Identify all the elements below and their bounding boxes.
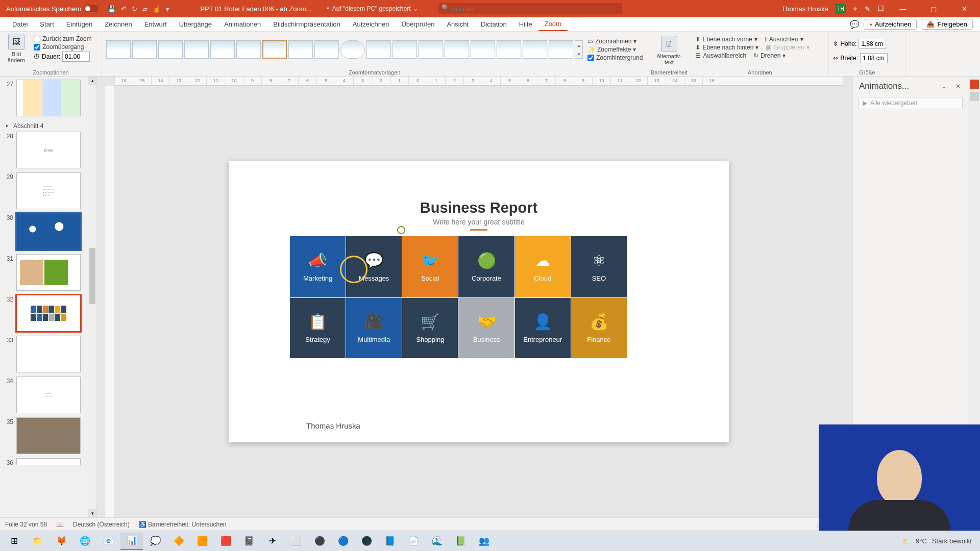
play-all-button[interactable]: ▶ Alle wiedergeben xyxy=(858,97,963,109)
tab-ansicht[interactable]: Ansicht xyxy=(440,17,475,31)
spellcheck-icon[interactable]: 📖 xyxy=(56,521,64,528)
thumb-row[interactable]: 35 xyxy=(4,417,85,454)
tab-start[interactable]: Start xyxy=(34,17,60,31)
firefox-icon[interactable]: 🦊 xyxy=(50,533,72,550)
alt-text-button[interactable]: 🗎 Alternativ- text xyxy=(657,36,681,65)
start-button[interactable]: ⊞ xyxy=(3,533,26,550)
height-stepper[interactable]: ⇕ Höhe: xyxy=(833,39,901,49)
app-icon[interactable]: ⬜ xyxy=(285,533,307,550)
outlook-icon[interactable]: 📧 xyxy=(97,533,119,550)
tile-strategy[interactable]: 📋Strategy xyxy=(290,298,346,358)
style-item[interactable] xyxy=(314,40,339,59)
minimize-button[interactable]: — xyxy=(891,1,915,17)
style-item[interactable] xyxy=(288,40,313,59)
scroll-handle[interactable] xyxy=(89,248,95,304)
close-icon[interactable]: ✕ xyxy=(952,81,964,92)
tab-animationen[interactable]: Animationen xyxy=(218,17,267,31)
search-input[interactable] xyxy=(438,3,622,14)
tile-entrepreneur[interactable]: 👤Entrepreneur xyxy=(515,298,571,358)
width-input[interactable] xyxy=(860,53,888,63)
window-icon[interactable]: 囗 xyxy=(877,4,884,13)
tab-hilfe[interactable]: Hilfe xyxy=(513,17,538,31)
style-item[interactable] xyxy=(158,40,183,59)
autosave-toggle[interactable]: Automatisches Speichern xyxy=(2,5,103,13)
system-tray[interactable]: ⛅ 9°C Stark bewölkt xyxy=(902,537,977,545)
thumb-row[interactable]: 30 xyxy=(4,213,85,250)
slide-subtitle[interactable]: Write here your great subtitle xyxy=(229,218,729,231)
tile-messages[interactable]: 💬Messages xyxy=(346,236,402,297)
user-avatar[interactable]: TH xyxy=(836,4,846,14)
accessibility-checker[interactable]: ♿ Barrierefreiheit: Untersuchen xyxy=(139,521,227,528)
app-icon[interactable]: 🟥 xyxy=(214,533,237,550)
style-item[interactable] xyxy=(210,40,235,59)
thumb-row[interactable]: 33 xyxy=(4,336,85,372)
save-icon[interactable]: 💾 xyxy=(108,5,116,13)
tile-seo[interactable]: ⚛SEO xyxy=(571,236,627,297)
return-to-zoom-checkbox[interactable]: Zurück zum Zoom xyxy=(34,35,92,42)
tab-datei[interactable]: Datei xyxy=(6,17,34,31)
share-button[interactable]: 📤 Freigeben xyxy=(921,19,973,30)
zoom-effects-button[interactable]: ✨ Zoomeffekte ▾ xyxy=(587,46,643,53)
user-name[interactable]: Thomas Hruska xyxy=(781,5,828,13)
slide-author[interactable]: Thomas Hruska xyxy=(306,421,360,430)
tile-shopping[interactable]: 🛒Shopping xyxy=(402,298,458,358)
edge-icon[interactable]: 🌊 xyxy=(426,533,448,550)
style-item[interactable] xyxy=(445,40,469,59)
tile-finance[interactable]: 💰Finance xyxy=(571,298,627,358)
redo-icon[interactable]: ↻ xyxy=(132,5,137,13)
comments-icon[interactable]: 💬 xyxy=(850,20,860,29)
tab-bildschirm[interactable]: Bildschirmpräsentation xyxy=(267,17,347,31)
tab-entwurf[interactable]: Entwurf xyxy=(138,17,173,31)
close-button[interactable]: ✕ xyxy=(952,1,976,17)
section-header[interactable]: Abschnitt 4 xyxy=(4,120,85,132)
slideshow-icon[interactable]: ▱ xyxy=(142,5,148,13)
tab-aufzeichnen[interactable]: Aufzeichnen xyxy=(347,17,396,31)
touch-icon[interactable]: ☝ xyxy=(153,5,161,13)
thumb-row[interactable]: 29— — —• — — —• — — —• — — xyxy=(4,172,85,209)
telegram-icon[interactable]: ✈ xyxy=(261,533,284,550)
record-button[interactable]: Aufzeichnen xyxy=(864,19,917,30)
style-item[interactable] xyxy=(106,40,131,59)
zoom-background-checkbox[interactable]: Zoomhintergrund xyxy=(587,54,643,61)
style-item[interactable] xyxy=(262,40,287,59)
language-indicator[interactable]: Deutsch (Österreich) xyxy=(73,521,130,528)
scroll-up-icon[interactable]: ▴ xyxy=(88,77,96,85)
thumb-row[interactable]: 36 xyxy=(4,458,85,465)
zoom-transition-checkbox[interactable]: Zoomübergang xyxy=(34,43,92,51)
height-input[interactable] xyxy=(859,39,886,49)
strip-item[interactable] xyxy=(970,92,979,101)
style-item[interactable] xyxy=(549,40,573,59)
app-icon[interactable]: 🌑 xyxy=(355,533,378,550)
coming-soon-icon[interactable]: ⟡ xyxy=(853,5,857,13)
selection-pane-button[interactable]: ☰ Auswahlbereich xyxy=(695,52,746,59)
align-button[interactable]: ⫴ Ausrichten ▾ xyxy=(765,36,803,43)
privacy-icon[interactable]: ✎ xyxy=(865,5,870,13)
tab-zoom[interactable]: Zoom xyxy=(538,17,568,31)
style-item[interactable] xyxy=(366,40,391,59)
teams-icon[interactable]: 👥 xyxy=(473,533,495,550)
thumb-row[interactable]: 28Ende xyxy=(4,132,85,168)
rotation-handle-icon[interactable] xyxy=(397,226,405,234)
style-item[interactable] xyxy=(419,40,443,59)
zoom-frame-button[interactable]: ▭ Zoomrahmen ▾ xyxy=(587,38,643,45)
style-item[interactable] xyxy=(340,40,365,59)
tab-dictation[interactable]: Dictation xyxy=(475,17,513,31)
send-backward-button[interactable]: ⬇ Ebene nach hinten ▾ xyxy=(695,44,758,51)
tile-social[interactable]: 🐦Social xyxy=(402,236,458,297)
slide-title[interactable]: Business Report xyxy=(229,199,729,216)
change-image-button[interactable]: 🖼 Bild ändern xyxy=(4,34,29,63)
chrome-icon[interactable]: 🌐 xyxy=(74,533,96,550)
thumb-row[interactable]: 27 xyxy=(4,80,85,116)
style-item[interactable] xyxy=(132,40,157,59)
app-icon[interactable]: 💭 xyxy=(144,533,166,550)
style-item[interactable] xyxy=(236,40,261,59)
thumbs-scrollbar[interactable]: ▴ ▾ xyxy=(88,77,96,517)
tab-zeichnen[interactable]: Zeichnen xyxy=(99,17,138,31)
maximize-button[interactable]: ▢ xyxy=(922,1,945,17)
slide-counter[interactable]: Folie 32 von 58 xyxy=(5,521,47,528)
bring-forward-button[interactable]: ⬆ Ebene nach vorne ▾ xyxy=(695,36,757,43)
style-item[interactable] xyxy=(184,40,209,59)
qat-more-icon[interactable]: ▾ xyxy=(166,5,169,13)
style-item[interactable] xyxy=(497,40,521,59)
thumb-row[interactable]: 34——— — xyxy=(4,377,85,413)
